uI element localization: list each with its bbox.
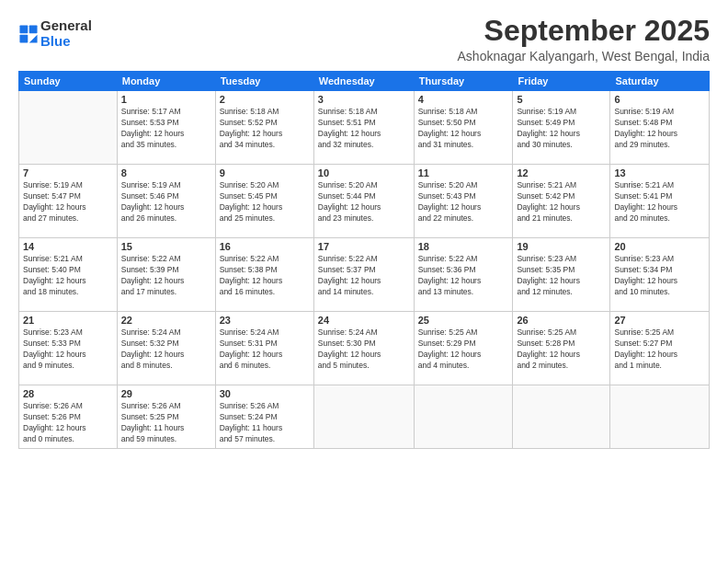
day-number: 29 [121, 388, 211, 399]
day-info: Sunrise: 5:25 AM Sunset: 5:28 PM Dayligh… [517, 327, 606, 372]
table-row: 29Sunrise: 5:26 AM Sunset: 5:25 PM Dayli… [117, 385, 215, 449]
table-row: 23Sunrise: 5:24 AM Sunset: 5:31 PM Dayli… [215, 312, 313, 385]
day-number: 30 [220, 388, 310, 399]
table-row: 9Sunrise: 5:20 AM Sunset: 5:45 PM Daylig… [215, 165, 313, 238]
day-info: Sunrise: 5:22 AM Sunset: 5:36 PM Dayligh… [418, 254, 509, 298]
table-row: 5Sunrise: 5:19 AM Sunset: 5:49 PM Daylig… [513, 91, 610, 165]
location: Ashoknagar Kalyangarh, West Bengal, Indi… [458, 49, 710, 63]
title-block: September 2025 Ashoknagar Kalyangarh, We… [458, 15, 710, 63]
table-row: 1Sunrise: 5:17 AM Sunset: 5:53 PM Daylig… [117, 91, 215, 165]
svg-rect-2 [19, 34, 28, 42]
table-row [313, 385, 414, 449]
day-info: Sunrise: 5:26 AM Sunset: 5:25 PM Dayligh… [121, 401, 211, 445]
table-row: 2Sunrise: 5:18 AM Sunset: 5:52 PM Daylig… [215, 91, 313, 165]
table-row: 22Sunrise: 5:24 AM Sunset: 5:32 PM Dayli… [117, 312, 215, 385]
logo: General Blue [18, 18, 92, 49]
col-tuesday: Tuesday [215, 72, 313, 91]
table-row [414, 385, 513, 449]
col-sunday: Sunday [19, 72, 118, 91]
day-info: Sunrise: 5:20 AM Sunset: 5:43 PM Dayligh… [418, 180, 509, 224]
day-number: 24 [318, 315, 410, 326]
day-number: 22 [121, 315, 211, 326]
day-info: Sunrise: 5:21 AM Sunset: 5:40 PM Dayligh… [23, 254, 113, 298]
day-number: 28 [23, 388, 113, 399]
table-row: 17Sunrise: 5:22 AM Sunset: 5:37 PM Dayli… [313, 238, 414, 312]
day-number: 1 [121, 94, 211, 105]
table-row: 28Sunrise: 5:26 AM Sunset: 5:26 PM Dayli… [19, 385, 118, 449]
table-row [513, 385, 610, 449]
day-number: 9 [220, 167, 310, 178]
day-number: 21 [23, 315, 113, 326]
day-info: Sunrise: 5:19 AM Sunset: 5:47 PM Dayligh… [23, 180, 113, 224]
day-info: Sunrise: 5:22 AM Sunset: 5:37 PM Dayligh… [318, 254, 410, 298]
table-row [19, 91, 118, 165]
day-info: Sunrise: 5:23 AM Sunset: 5:33 PM Dayligh… [23, 327, 113, 372]
day-number: 4 [418, 94, 509, 105]
day-number: 16 [220, 241, 310, 252]
table-row: 13Sunrise: 5:21 AM Sunset: 5:41 PM Dayli… [610, 165, 710, 238]
day-info: Sunrise: 5:22 AM Sunset: 5:39 PM Dayligh… [121, 254, 211, 298]
table-row: 30Sunrise: 5:26 AM Sunset: 5:24 PM Dayli… [215, 385, 313, 449]
col-monday: Monday [117, 72, 215, 91]
day-info: Sunrise: 5:20 AM Sunset: 5:44 PM Dayligh… [318, 180, 410, 224]
table-row: 7Sunrise: 5:19 AM Sunset: 5:47 PM Daylig… [19, 165, 118, 238]
day-info: Sunrise: 5:18 AM Sunset: 5:50 PM Dayligh… [418, 107, 509, 151]
table-row: 6Sunrise: 5:19 AM Sunset: 5:48 PM Daylig… [610, 91, 710, 165]
day-number: 11 [418, 167, 509, 178]
day-info: Sunrise: 5:22 AM Sunset: 5:38 PM Dayligh… [220, 254, 310, 298]
col-saturday: Saturday [610, 72, 710, 91]
col-friday: Friday [513, 72, 610, 91]
day-number: 17 [318, 241, 410, 252]
day-info: Sunrise: 5:20 AM Sunset: 5:45 PM Dayligh… [220, 180, 310, 224]
svg-rect-1 [29, 25, 38, 33]
day-info: Sunrise: 5:19 AM Sunset: 5:46 PM Dayligh… [121, 180, 211, 224]
table-row: 24Sunrise: 5:24 AM Sunset: 5:30 PM Dayli… [313, 312, 414, 385]
table-row: 15Sunrise: 5:22 AM Sunset: 5:39 PM Dayli… [117, 238, 215, 312]
day-number: 12 [517, 167, 606, 178]
day-info: Sunrise: 5:21 AM Sunset: 5:41 PM Dayligh… [614, 180, 705, 224]
day-info: Sunrise: 5:23 AM Sunset: 5:34 PM Dayligh… [614, 254, 705, 298]
table-row: 20Sunrise: 5:23 AM Sunset: 5:34 PM Dayli… [610, 238, 710, 312]
logo-general: General [40, 17, 92, 33]
calendar-header-row: Sunday Monday Tuesday Wednesday Thursday… [19, 72, 710, 91]
svg-marker-3 [29, 34, 38, 42]
day-info: Sunrise: 5:25 AM Sunset: 5:29 PM Dayligh… [418, 327, 509, 372]
table-row [610, 385, 710, 449]
day-number: 18 [418, 241, 509, 252]
day-number: 26 [517, 315, 606, 326]
day-number: 7 [23, 167, 113, 178]
table-row: 18Sunrise: 5:22 AM Sunset: 5:36 PM Dayli… [414, 238, 513, 312]
day-info: Sunrise: 5:24 AM Sunset: 5:30 PM Dayligh… [318, 327, 410, 372]
day-number: 2 [220, 94, 310, 105]
table-row: 4Sunrise: 5:18 AM Sunset: 5:50 PM Daylig… [414, 91, 513, 165]
col-wednesday: Wednesday [313, 72, 414, 91]
day-number: 8 [121, 167, 211, 178]
logo-icon [18, 24, 39, 44]
month-title: September 2025 [458, 15, 710, 47]
col-thursday: Thursday [414, 72, 513, 91]
day-info: Sunrise: 5:24 AM Sunset: 5:31 PM Dayligh… [220, 327, 310, 372]
day-number: 3 [318, 94, 410, 105]
day-info: Sunrise: 5:18 AM Sunset: 5:51 PM Dayligh… [318, 107, 410, 151]
day-number: 27 [614, 315, 705, 326]
day-info: Sunrise: 5:26 AM Sunset: 5:24 PM Dayligh… [220, 401, 310, 445]
logo-text: General Blue [40, 18, 92, 49]
table-row: 21Sunrise: 5:23 AM Sunset: 5:33 PM Dayli… [19, 312, 118, 385]
day-info: Sunrise: 5:17 AM Sunset: 5:53 PM Dayligh… [121, 107, 211, 151]
day-info: Sunrise: 5:19 AM Sunset: 5:49 PM Dayligh… [517, 107, 606, 151]
day-info: Sunrise: 5:18 AM Sunset: 5:52 PM Dayligh… [220, 107, 310, 151]
logo-blue: Blue [40, 33, 71, 49]
day-number: 15 [121, 241, 211, 252]
day-number: 20 [614, 241, 705, 252]
day-number: 23 [220, 315, 310, 326]
day-info: Sunrise: 5:19 AM Sunset: 5:48 PM Dayligh… [614, 107, 705, 151]
table-row: 16Sunrise: 5:22 AM Sunset: 5:38 PM Dayli… [215, 238, 313, 312]
svg-rect-0 [19, 25, 28, 33]
day-number: 6 [614, 94, 705, 105]
table-row: 14Sunrise: 5:21 AM Sunset: 5:40 PM Dayli… [19, 238, 118, 312]
calendar-table: Sunday Monday Tuesday Wednesday Thursday… [18, 71, 710, 449]
table-row: 10Sunrise: 5:20 AM Sunset: 5:44 PM Dayli… [313, 165, 414, 238]
day-info: Sunrise: 5:23 AM Sunset: 5:35 PM Dayligh… [517, 254, 606, 298]
header: General Blue September 2025 Ashoknagar K… [18, 15, 710, 63]
day-number: 19 [517, 241, 606, 252]
